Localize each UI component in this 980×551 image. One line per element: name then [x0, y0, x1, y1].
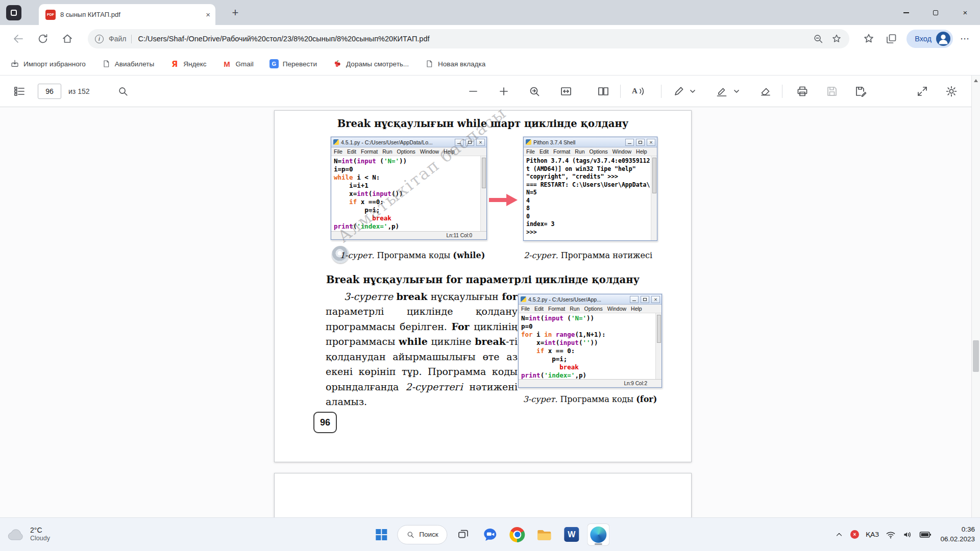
maximize-button[interactable]: [921, 0, 950, 25]
word-button[interactable]: W: [560, 523, 583, 546]
back-icon[interactable]: [12, 33, 24, 45]
body-paragraph: 3-суретте break нұсқаулығын for параметр…: [326, 289, 518, 410]
tray-chevron-up-icon[interactable]: [835, 530, 844, 539]
settings-gear-icon[interactable]: [945, 85, 958, 97]
wifi-icon[interactable]: [886, 530, 896, 540]
page-view-icon[interactable]: [597, 85, 609, 97]
tab-actions-button[interactable]: [6, 5, 21, 20]
scrollbar-thumb[interactable]: [973, 340, 979, 372]
idle-scrollbar: [655, 313, 662, 379]
scrollbar-thumb: [482, 158, 486, 188]
toolbar-divider: [620, 85, 621, 98]
clock-widget[interactable]: 0:36 06.02.2023: [938, 525, 975, 544]
fit-width-icon[interactable]: [560, 85, 572, 97]
battery-icon[interactable]: [919, 530, 932, 540]
draw-pen-icon[interactable]: [673, 85, 685, 97]
idle-maximize-icon: [636, 139, 645, 146]
pdf-viewer[interactable]: Break нұсқаулығын while шарт циклінде қо…: [0, 107, 971, 517]
pdf-page-next: [274, 473, 692, 517]
address-field[interactable]: i Файл C:/Users/Shaf-/OneDrive/Рабочий%2…: [88, 29, 849, 48]
caption-number: 3-сурет.: [523, 394, 558, 404]
add-favorite-star-icon[interactable]: [831, 33, 842, 44]
save-as-icon[interactable]: [854, 85, 867, 97]
bookmark-translate[interactable]: G Перевести: [270, 59, 317, 68]
chat-icon: [483, 527, 498, 542]
document-scrollbar[interactable]: [971, 76, 980, 517]
zoom-out-icon[interactable]: [467, 85, 479, 97]
highlighter-dropdown-icon[interactable]: [733, 85, 740, 97]
menu-help: Help: [631, 306, 642, 312]
python-code: N=int(input ('N='))p=0for i in range(1,N…: [521, 314, 654, 379]
bookmark-label: Перевести: [283, 60, 317, 68]
caption-bold: (while): [453, 251, 485, 260]
bookmark-new-tab[interactable]: Новая вкладка: [425, 59, 485, 68]
chrome-button[interactable]: [506, 523, 529, 546]
refresh-icon[interactable]: [37, 33, 49, 45]
zoom-indicator-icon[interactable]: [813, 33, 824, 44]
bookmark-label: Яндекс: [183, 60, 206, 68]
tray-app-icon[interactable]: ×: [850, 530, 859, 539]
draw-dropdown-icon[interactable]: [689, 85, 696, 97]
browser-window: PDF 8 сынып КИТАП.pdf × + × i Файл C:/Us…: [0, 0, 980, 551]
edge-button[interactable]: [587, 523, 610, 546]
menu-options: Options: [397, 148, 415, 155]
idle-maximize-icon: [465, 139, 474, 146]
favorites-icon[interactable]: [863, 33, 875, 45]
fullscreen-icon[interactable]: [916, 85, 928, 97]
home-icon[interactable]: [61, 33, 74, 45]
menu-run: Run: [575, 148, 584, 155]
idle-close-icon: ×: [647, 139, 655, 146]
figure1-caption: 1-сурет. Программа коды (while): [340, 251, 485, 260]
menu-help: Help: [444, 148, 455, 155]
date-label: 06.02.2023: [940, 535, 975, 544]
idle-code-area: N=int(input ('N='))p=0for i in range(1,N…: [519, 313, 662, 379]
shell-output-area: Pithon 3.7.4 (tags/v3.7.4:e09359112t (AM…: [524, 156, 657, 240]
page-number-input[interactable]: [38, 84, 61, 99]
search-icon[interactable]: [117, 86, 129, 97]
caption-bold: (for): [636, 394, 657, 404]
scroll-up-icon[interactable]: [974, 79, 978, 82]
zoom-in-icon[interactable]: [498, 85, 510, 97]
idle-status-bar: Ln:11 Col:0: [331, 231, 486, 239]
page-info-icon[interactable]: i: [95, 35, 104, 43]
minimize-button[interactable]: [891, 0, 921, 25]
page-total-label: из 152: [68, 87, 90, 95]
bookmark-label: Импорт избранного: [23, 60, 86, 68]
close-button[interactable]: ×: [950, 0, 980, 25]
settings-more-icon[interactable]: ⋯: [960, 33, 970, 44]
idle-title-bar: 4.5.2.py - C:/Users/User/App... ×: [519, 294, 662, 305]
berries-icon: [333, 59, 342, 68]
bookmark-aviabilety[interactable]: Авиабилеты: [102, 59, 154, 68]
bookmark-doramy[interactable]: Дорамы смотреть...: [333, 59, 409, 68]
tab-close-icon[interactable]: ×: [206, 10, 210, 19]
start-button[interactable]: [370, 523, 393, 546]
signin-button[interactable]: Вход: [906, 30, 953, 48]
collections-icon[interactable]: [885, 33, 897, 45]
browser-tab[interactable]: PDF 8 сынып КИТАП.pdf ×: [39, 4, 215, 25]
file-explorer-button[interactable]: [533, 523, 556, 546]
print-icon[interactable]: [796, 85, 808, 97]
taskbar-search[interactable]: Поиск: [397, 525, 447, 544]
weather-widget[interactable]: 2°C Cloudy: [7, 518, 50, 551]
address-url[interactable]: C:/Users/Shaf-/OneDrive/Рабочий%20стол/2…: [138, 35, 805, 43]
zoom-select-icon[interactable]: [528, 85, 541, 97]
thumbnails-menu-icon[interactable]: [13, 85, 26, 97]
save-icon[interactable]: [826, 85, 838, 97]
bookmark-gmail[interactable]: M Gmail: [223, 59, 254, 68]
taskbar-center: Поиск W: [370, 518, 609, 551]
highlighter-icon[interactable]: [716, 85, 728, 97]
volume-icon[interactable]: [902, 530, 913, 540]
workspaces-icon: [11, 10, 17, 16]
menu-file: File: [521, 306, 530, 312]
menu-format: Format: [553, 148, 570, 155]
new-tab-button[interactable]: +: [228, 5, 243, 20]
bookmark-import-favorites[interactable]: Импорт избранного: [10, 59, 86, 68]
task-view-button[interactable]: [452, 523, 475, 546]
language-indicator[interactable]: ҚАЗ: [866, 531, 879, 538]
chat-button[interactable]: [479, 523, 502, 546]
pdf-page-96: Break нұсқаулығын while шарт циклінде қо…: [274, 110, 692, 462]
eraser-icon[interactable]: [760, 85, 772, 97]
bookmark-yandex[interactable]: Я Яндекс: [170, 59, 206, 68]
read-aloud-button[interactable]: A: [632, 86, 647, 97]
section-title-for: Break нұсқаулығын for параметрлі циклінд…: [275, 274, 691, 286]
